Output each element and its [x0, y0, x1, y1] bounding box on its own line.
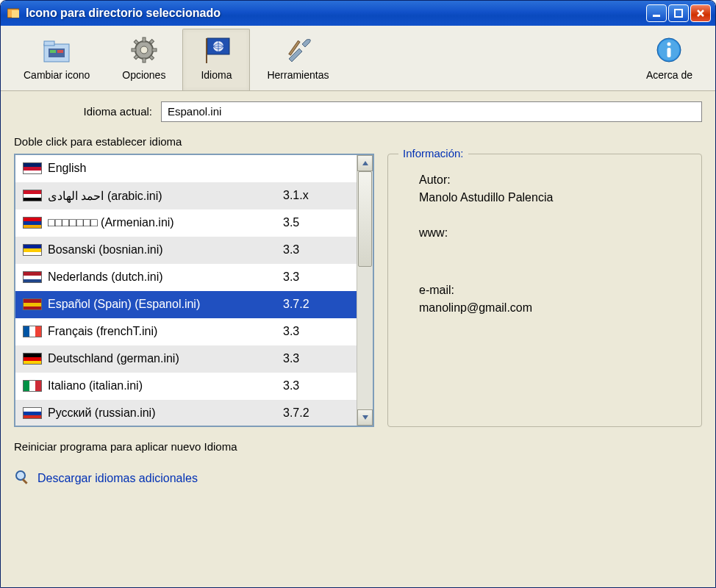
language-version: 3.7.2: [283, 298, 349, 311]
email-value: manolinp@gmail.com: [419, 301, 684, 315]
svg-point-25: [667, 43, 671, 46]
current-language-label: Idioma actual:: [14, 105, 161, 118]
language-row[interactable]: English: [15, 155, 357, 182]
toolbar-label: Opciones: [122, 69, 165, 82]
language-row[interactable]: Bosanski (bosnian.ini)3.3: [15, 237, 357, 264]
toolbar-label: Acerca de: [646, 69, 692, 82]
window-buttons: [646, 4, 711, 22]
toolbar-options[interactable]: Opciones: [107, 29, 181, 90]
flag-globe-icon: [198, 34, 235, 66]
language-row[interactable]: □□□□□□□ (Armenian.ini)3.5: [15, 209, 357, 237]
flag-icon: [23, 244, 42, 256]
svg-rect-7: [50, 50, 56, 53]
app-icon: [7, 7, 20, 20]
author-label: Autor:: [419, 173, 684, 187]
language-version: 3.7.2: [283, 406, 349, 420]
flag-icon: [23, 162, 42, 174]
toolbar-language[interactable]: Idioma: [182, 29, 250, 90]
svg-rect-26: [667, 48, 671, 57]
flag-icon: [23, 190, 42, 201]
flag-icon: [23, 353, 42, 365]
toolbar-label: Herramientas: [267, 69, 329, 82]
language-name: احمد الهادى (arabic.ini): [48, 189, 283, 203]
svg-point-10: [140, 46, 148, 54]
titlebar: Icono para directorio seleccionado: [1, 1, 715, 26]
scroll-up-button[interactable]: [357, 155, 373, 171]
language-row[interactable]: احمد الهادى (arabic.ini)3.1.x: [15, 182, 357, 209]
language-version: 3.5: [283, 216, 349, 229]
language-row[interactable]: Français (frenchT.ini)3.3: [15, 318, 357, 345]
content-area: Idioma actual: Espanol.ini Doble click p…: [1, 91, 715, 587]
language-version: 3.3: [283, 325, 349, 338]
language-name: Bosanski (bosnian.ini): [48, 243, 283, 257]
language-list[interactable]: Englishاحمد الهادى (arabic.ini)3.1.x□□□□…: [14, 154, 374, 427]
folder-icon: [38, 34, 75, 66]
toolbar-label: Cambiar icono: [24, 69, 90, 82]
language-name: Deutschland (german.ini): [48, 352, 283, 365]
maximize-button[interactable]: [668, 4, 689, 22]
svg-rect-12: [143, 58, 146, 62]
language-name: Русский (russian.ini): [48, 406, 283, 420]
svg-rect-11: [143, 37, 146, 42]
toolbar-about[interactable]: Acerca de: [631, 29, 708, 90]
language-name: Nederlands (dutch.ini): [48, 270, 283, 284]
language-version: 3.3: [283, 379, 349, 392]
info-icon: [651, 34, 687, 66]
info-legend: Información:: [398, 147, 468, 159]
restart-note: Reiniciar programa para aplicar nuevo Id…: [14, 440, 702, 453]
language-name: Español (Spain) (Espanol.ini): [48, 298, 283, 311]
svg-rect-1: [12, 10, 19, 18]
svg-rect-28: [22, 478, 28, 484]
scroll-track[interactable]: [357, 171, 373, 409]
svg-rect-14: [152, 49, 157, 51]
window-title: Icono para directorio seleccionado: [26, 7, 646, 20]
scrollbar[interactable]: [357, 155, 373, 426]
scroll-down-button[interactable]: [357, 409, 373, 426]
current-language-row: Idioma actual: Espanol.ini: [14, 101, 702, 122]
language-name: English: [48, 162, 283, 175]
flag-icon: [23, 298, 42, 310]
toolbar-tools[interactable]: Herramientas: [251, 29, 344, 90]
svg-rect-21: [206, 38, 207, 63]
current-language-value[interactable]: Espanol.ini: [161, 101, 702, 122]
language-version: 3.3: [283, 270, 349, 284]
download-languages-link[interactable]: Descargar idiomas adicionales: [14, 469, 702, 488]
www-label: www:: [419, 226, 684, 240]
svg-rect-13: [132, 49, 136, 51]
svg-rect-3: [675, 10, 682, 17]
minimize-button[interactable]: [646, 4, 667, 22]
toolbar-change-icon[interactable]: Cambiar icono: [8, 29, 105, 90]
flag-icon: [23, 271, 42, 283]
language-name: □□□□□□□ (Armenian.ini): [48, 216, 283, 229]
toolbar: Cambiar icono Opciones Idioma Herramient…: [1, 26, 715, 91]
scroll-thumb[interactable]: [358, 171, 372, 267]
app-window: Icono para directorio seleccionado Cambi…: [0, 0, 716, 588]
svg-rect-5: [44, 41, 54, 46]
language-row[interactable]: Nederlands (dutch.ini)3.3: [15, 264, 357, 291]
svg-rect-2: [653, 15, 660, 17]
tools-icon: [279, 34, 316, 66]
language-row[interactable]: Deutschland (german.ini)3.3: [15, 345, 357, 373]
language-version: 3.1.x: [283, 189, 349, 202]
language-name: Italiano (italian.ini): [48, 379, 283, 392]
toolbar-label: Idioma: [201, 69, 232, 82]
language-name: Français (frenchT.ini): [48, 325, 283, 338]
magnifier-icon: [14, 469, 30, 488]
flag-icon: [23, 326, 42, 337]
author-value: Manolo Astudillo Palencia: [419, 191, 684, 204]
list-instruction: Doble click para establecer idioma: [14, 135, 702, 148]
download-link-label: Descargar idiomas adicionales: [37, 472, 198, 485]
svg-rect-8: [57, 50, 63, 53]
language-version: 3.3: [283, 352, 349, 365]
close-button[interactable]: [690, 4, 711, 22]
language-row[interactable]: Español (Spain) (Espanol.ini)3.7.2: [15, 291, 357, 318]
flag-icon: [23, 380, 42, 392]
info-groupbox: Información: Autor: Manolo Astudillo Pal…: [387, 154, 702, 427]
flag-icon: [23, 407, 42, 419]
flag-icon: [23, 217, 42, 229]
language-row[interactable]: Русский (russian.ini)3.7.2: [15, 400, 357, 426]
gear-icon: [126, 34, 162, 66]
email-label: e-mail:: [419, 284, 684, 297]
language-version: 3.3: [283, 243, 349, 257]
language-row[interactable]: Italiano (italian.ini)3.3: [15, 373, 357, 400]
